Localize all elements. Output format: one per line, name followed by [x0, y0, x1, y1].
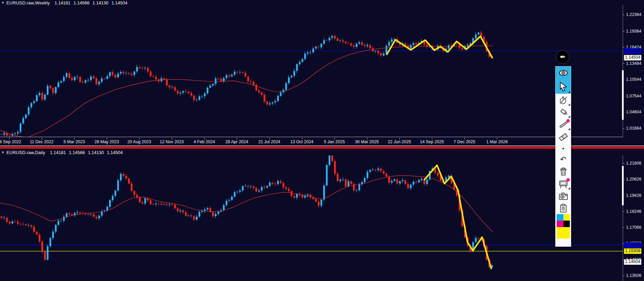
date-axis-label: 14 Sep 2025 — [420, 139, 444, 144]
price-tick — [623, 96, 624, 96]
date-axis-label: 21 Jul 2024 — [258, 139, 281, 144]
price-tick — [623, 15, 624, 15]
pen-tool-button[interactable] — [556, 118, 571, 131]
price-tick — [623, 179, 624, 180]
marker-tool-button[interactable] — [556, 106, 571, 118]
weekly-price-axis[interactable]: 1.223641.193641.164241.134841.105441.075… — [623, 5, 644, 137]
annotation-pen-button[interactable]: ✒ — [556, 50, 569, 64]
eraser-tool-button[interactable] — [556, 131, 571, 143]
date-axis-label: 13 Oct 2024 — [290, 139, 313, 144]
palette-black-swatch[interactable] — [563, 221, 570, 227]
weekly-ma-line — [0, 46, 493, 137]
window-separator-highlight[interactable] — [0, 147, 644, 149]
price-tick — [623, 47, 624, 48]
current-color-swatch[interactable] — [557, 227, 570, 239]
dot-size-icon: ● — [562, 147, 564, 150]
date-axis-label: 30 Mar 2025 — [355, 139, 379, 144]
price-tag-1.15308: 1.15308 — [624, 248, 641, 254]
collapse-arrow-icon[interactable]: ▼ — [1, 1, 4, 4]
pen-nib-icon: ✒ — [560, 53, 566, 61]
date-axis-label: 11 Dec 2022 — [30, 139, 54, 144]
timer-tool-button[interactable] — [556, 94, 571, 106]
dot-size-button[interactable]: ● — [556, 143, 571, 153]
date-axis-label: 4 Feb 2024 — [193, 139, 215, 144]
weekly-chart-title: ▼ EURUSD.raw,Weekly 1.14181 1.14566 1.14… — [0, 0, 127, 5]
price-tick — [623, 31, 624, 32]
daily-candles-canvas[interactable] — [0, 155, 623, 281]
daily-zigzag-annotation[interactable] — [424, 165, 491, 268]
price-tick — [623, 163, 624, 164]
daily-low: 1.14130 — [88, 150, 104, 155]
date-axis-label: 28 May 2023 — [95, 139, 119, 144]
undo-button[interactable]: ↶ — [556, 153, 571, 165]
price-axis-label: 1.13484 — [626, 61, 641, 66]
price-axis-label: 1.17066 — [626, 225, 641, 230]
date-axis-label: 5 Mar 2023 — [63, 139, 85, 144]
daily-price-axis[interactable]: 1.218061.206261.194261.182461.170661.158… — [623, 155, 644, 281]
date-axis-label: 7 Dec 2025 — [454, 139, 475, 144]
price-tick — [623, 227, 624, 228]
marker-icon — [559, 108, 568, 117]
clear-all-button[interactable] — [556, 165, 571, 177]
eye-icon — [559, 70, 568, 76]
date-axis-label: 12 Nov 2023 — [160, 139, 184, 144]
price-axis-label: 1.22364 — [626, 12, 641, 17]
price-tag-1.15763: 1.15763 — [624, 242, 641, 248]
color-palette — [556, 214, 571, 227]
price-tag-1.14504: 1.14504 — [624, 55, 641, 60]
weekly-date-axis[interactable]: 18 Sep 202211 Dec 20225 Mar 202328 May 2… — [0, 138, 623, 146]
select-cursor-button[interactable] — [556, 79, 571, 94]
workspace: ▼ EURUSD.raw,Weekly 1.14181 1.14566 1.14… — [0, 0, 644, 281]
daily-symbol-label: EURUSD.raw,Daily — [6, 150, 45, 155]
weekly-symbol-label: EURUSD.raw,Weekly — [6, 0, 50, 5]
price-tick — [623, 276, 624, 276]
price-axis-label: 1.19426 — [626, 193, 641, 198]
daily-chart-title: ▼ EURUSD.raw,Daily 1.14181 1.14566 1.141… — [0, 150, 123, 155]
weekly-chart-plot[interactable] — [0, 5, 623, 137]
weekly-high: 1.14566 — [74, 0, 89, 5]
show-hide-button[interactable] — [556, 67, 571, 79]
weekly-zigzag-annotation[interactable] — [387, 36, 492, 58]
daily-ohlc: 1.14181 1.14566 1.14130 1.14504 — [50, 150, 123, 155]
weekly-low: 1.14130 — [92, 0, 108, 5]
date-axis-label: 20 Aug 2023 — [127, 139, 151, 144]
weekly-open: 1.14181 — [55, 0, 70, 5]
price-tick — [623, 211, 624, 212]
price-axis-label: 1.04604 — [626, 110, 641, 114]
daily-close: 1.14504 — [107, 150, 123, 155]
collapse-arrow-icon[interactable]: ▼ — [1, 151, 4, 154]
price-tag-1.14504: 1.14504 — [624, 259, 641, 265]
price-axis-label: 1.13506 — [626, 273, 641, 278]
price-tag-1.15763: 1.15763 — [624, 48, 641, 54]
daily-chart-plot[interactable] — [0, 155, 623, 281]
palette-cyan-swatch[interactable] — [557, 214, 563, 221]
price-axis-label: 1.01664 — [626, 126, 641, 131]
palette-yellow-swatch[interactable] — [563, 214, 570, 221]
weekly-close: 1.14504 — [111, 0, 127, 5]
whiteboard-button[interactable] — [556, 177, 571, 190]
price-axis-label: 1.07544 — [626, 94, 641, 98]
price-axis-label: 1.20626 — [626, 177, 641, 182]
window-separator[interactable] — [0, 146, 644, 146]
screenshot-camera-icon — [559, 192, 568, 200]
weekly-ohlc: 1.14181 1.14566 1.14130 1.14504 — [55, 0, 127, 5]
price-axis-label: 1.10544 — [626, 77, 641, 82]
weekly-date-axis-line — [0, 137, 623, 137]
palette-magenta-swatch[interactable] — [557, 221, 563, 227]
date-axis-label: 5 Jan 2025 — [324, 139, 345, 144]
weekly-candles-canvas[interactable] — [0, 5, 623, 137]
screenshot-button[interactable] — [556, 190, 571, 202]
price-tick — [623, 79, 624, 80]
daily-open: 1.14181 — [50, 150, 66, 155]
eraser-icon — [558, 132, 568, 142]
daily-high: 1.14566 — [69, 150, 85, 155]
pen-color-dot — [566, 119, 570, 123]
clipboard-button[interactable] — [556, 202, 571, 214]
undo-icon: ↶ — [560, 156, 566, 163]
price-axis-label: 1.21806 — [626, 161, 641, 166]
price-tick — [623, 112, 624, 112]
date-axis-label: 1 Mar 2026 — [486, 139, 507, 144]
whiteboard-color-dot — [566, 178, 570, 182]
price-tick — [623, 128, 624, 129]
price-tick — [623, 195, 624, 196]
